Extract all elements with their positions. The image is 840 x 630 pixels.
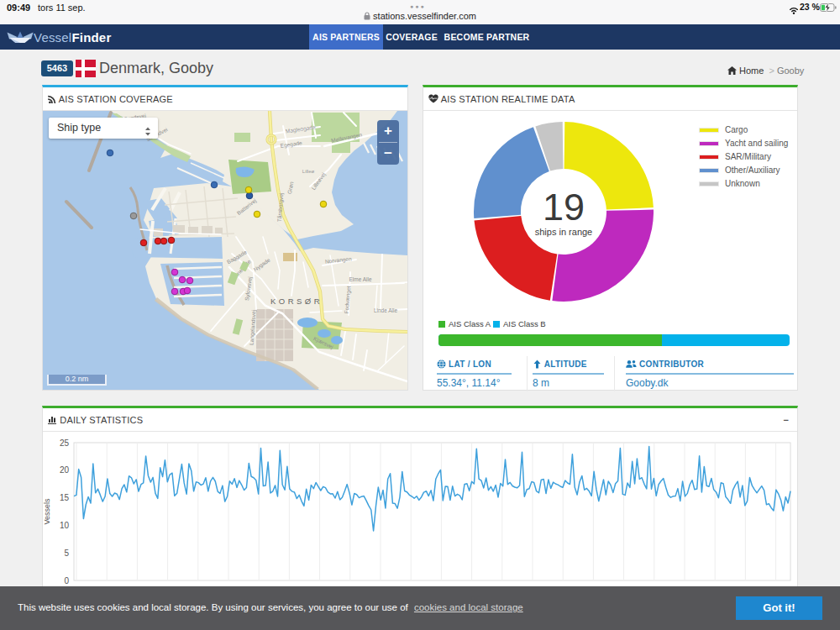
svg-text:10: 10: [60, 521, 70, 530]
svg-text:KORSØR: KORSØR: [270, 297, 323, 306]
svg-text:5: 5: [64, 549, 69, 558]
svg-text:Lilleø: Lilleø: [302, 169, 315, 174]
svg-text:ships in range: ships in range: [535, 227, 593, 237]
svg-text:25: 25: [60, 438, 70, 448]
svg-text:Elme Alle: Elme Alle: [349, 276, 371, 282]
svg-text:Vessels: Vessels: [43, 498, 51, 525]
svg-text:Linde Alle: Linde Alle: [374, 307, 398, 313]
svg-text:19: 19: [543, 186, 585, 228]
svg-text:15: 15: [60, 493, 70, 502]
svg-text:20: 20: [60, 465, 70, 475]
svg-text:0: 0: [64, 576, 69, 585]
